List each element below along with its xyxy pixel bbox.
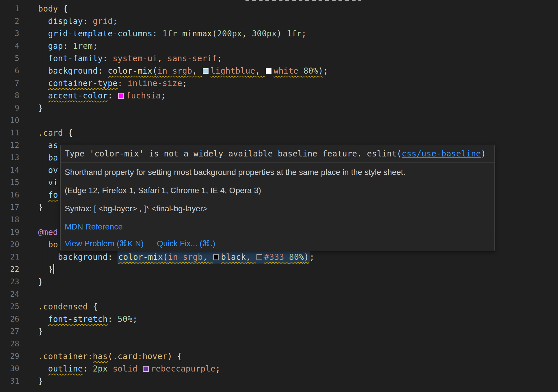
line-number[interactable]: 4 [0,40,29,52]
code-text[interactable]: font-family: system-ui, sans-serif; [29,52,222,65]
token: .card [113,352,137,361]
line-number[interactable]: 5 [0,52,29,65]
line-number[interactable]: 19 [0,226,29,238]
line-number[interactable]: 12 [0,139,29,152]
mdn-reference-link[interactable]: MDN Reference [65,222,123,231]
line-number[interactable]: 31 [0,375,29,387]
line-number[interactable]: 11 [0,127,29,139]
code-text[interactable] [29,114,38,127]
color-swatch[interactable] [266,68,271,74]
code-line[interactable]: 9} [0,102,558,114]
line-number[interactable]: 24 [0,288,29,300]
line-number[interactable]: 13 [0,152,29,164]
code-text[interactable] [29,214,38,226]
code-text[interactable]: .card { [29,127,73,139]
code-text[interactable]: outline: 2px solid rebeccapurple; [29,363,220,375]
code-text[interactable]: } [29,201,43,214]
code-text[interactable]: ba [29,152,58,164]
code-text[interactable]: background: color-mix(in srgb, lightblue… [29,65,328,77]
code-text[interactable]: } [29,263,54,276]
line-number[interactable]: 28 [0,338,29,350]
code-text[interactable]: body { [29,3,68,15]
code-text[interactable] [29,338,38,350]
eslint-rule-link[interactable]: css/use-baseline [402,149,481,158]
token [38,240,48,249]
line-number[interactable]: 8 [0,89,29,102]
code-text[interactable]: as [29,139,58,152]
code-text[interactable]: font-stretch: 50%; [29,313,137,325]
code-line[interactable]: 25.condensed { [0,300,558,313]
code-line[interactable]: 24 [0,288,558,300]
code-text[interactable]: } [29,325,43,338]
code-line[interactable]: 10 [0,114,558,127]
token: grid [93,16,113,26]
code-text[interactable]: display: grid; [29,15,118,27]
code-text[interactable]: } [29,276,43,288]
token: vi [48,178,58,187]
code-line[interactable]: 4 gap: 1rem; [0,40,558,52]
line-number[interactable]: 14 [0,164,29,176]
code-text[interactable]: grid-template-columns: 1fr minmax(200px,… [29,27,306,40]
code-text[interactable] [29,288,38,300]
line-number[interactable]: 30 [0,363,29,375]
line-number[interactable]: 10 [0,114,29,127]
line-number[interactable]: 15 [0,176,29,189]
line-number[interactable]: 16 [0,189,29,201]
token: : [108,314,118,324]
code-line[interactable]: 31} [0,375,558,387]
code-line[interactable]: 11.card { [0,127,558,139]
code-text[interactable]: } [29,375,43,387]
code-text[interactable]: container-type: inline-size; [29,77,187,89]
code-text[interactable]: fo [29,189,58,201]
line-number[interactable]: 2 [0,15,29,27]
code-line[interactable]: 2 display: grid; [0,15,558,27]
token: ; [113,16,118,26]
code-text[interactable]: } [29,102,43,114]
code-text[interactable]: ov [29,164,58,176]
code-text[interactable]: .condensed { [29,300,98,313]
view-problem-action[interactable]: View Problem (⌘K N) [65,239,144,248]
line-number[interactable]: 9 [0,102,29,114]
code-line[interactable]: 29.container:has(.card:hover) { [0,350,558,363]
code-text[interactable]: background: color-mix(in srgb, black, #3… [29,251,315,263]
line-number[interactable]: 27 [0,325,29,338]
code-text[interactable]: @med [29,226,58,238]
color-swatch[interactable] [118,93,124,99]
code-line[interactable]: 1body { [0,3,558,15]
code-line[interactable]: 28 [0,338,558,350]
color-swatch[interactable] [143,366,149,372]
line-number[interactable]: 17 [0,201,29,214]
code-text[interactable]: gap: 1rem; [29,40,98,52]
line-number[interactable]: 22 [0,263,29,276]
code-line[interactable]: 21 background: color-mix(in srgb, black,… [0,251,558,263]
color-swatch[interactable] [213,254,219,260]
code-text[interactable]: accent-color: fuchsia; [29,89,166,102]
code-line[interactable]: 3 grid-template-columns: 1fr minmax(200p… [0,27,558,40]
code-text[interactable]: .container:has(.card:hover) { [29,350,182,363]
line-number[interactable]: 20 [0,238,29,251]
code-line[interactable]: 26 font-stretch: 50%; [0,313,558,325]
code-line[interactable]: 22 } [0,263,558,276]
code-line[interactable]: 23} [0,276,558,288]
line-number[interactable]: 21 [0,251,29,263]
code-text[interactable]: bo [29,238,58,251]
code-line[interactable]: 6 background: color-mix(in srgb, lightbl… [0,65,558,77]
line-number[interactable]: 25 [0,300,29,313]
color-swatch[interactable] [203,68,209,74]
line-number[interactable]: 6 [0,65,29,77]
code-line[interactable]: 8 accent-color: fuchsia; [0,89,558,102]
code-line[interactable]: 27} [0,325,558,338]
line-number[interactable]: 1 [0,3,29,15]
line-number[interactable]: 29 [0,350,29,363]
code-line[interactable]: 30 outline: 2px solid rebeccapurple; [0,363,558,375]
line-number[interactable]: 7 [0,77,29,89]
line-number[interactable]: 23 [0,276,29,288]
quick-fix-action[interactable]: Quick Fix... (⌘.) [157,239,215,248]
code-line[interactable]: 5 font-family: system-ui, sans-serif; [0,52,558,65]
line-number[interactable]: 18 [0,214,29,226]
code-text[interactable]: vi [29,176,58,189]
line-number[interactable]: 26 [0,313,29,325]
code-line[interactable]: 7 container-type: inline-size; [0,77,558,89]
color-swatch[interactable] [256,254,262,260]
line-number[interactable]: 3 [0,27,29,40]
